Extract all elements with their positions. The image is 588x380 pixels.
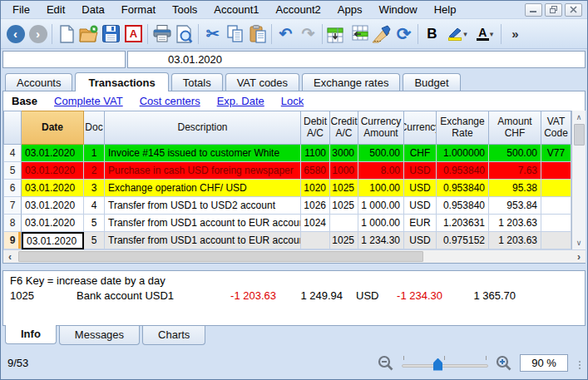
- row-number[interactable]: 7: [3, 197, 22, 215]
- cell-description[interactable]: Transfer from USD1 to USD2 account: [105, 197, 301, 215]
- cell-exchange-rate[interactable]: 0.953840: [437, 197, 489, 215]
- menu-help[interactable]: Help: [426, 2, 465, 17]
- cell-doc[interactable]: 5: [84, 215, 105, 232]
- cell-description[interactable]: Transfer from USD1 account to EUR accoun…: [105, 232, 301, 249]
- view-lock[interactable]: Lock: [281, 95, 304, 107]
- cell-currency[interactable]: EUR: [404, 215, 437, 232]
- zoom-in-icon[interactable]: [496, 355, 512, 372]
- menu-window[interactable]: Window: [370, 2, 425, 17]
- column-header-currency-amount[interactable]: Currency Amount: [358, 111, 404, 145]
- formula-input[interactable]: 03.01.2020: [127, 51, 586, 68]
- cell-debit[interactable]: 6580: [301, 162, 330, 180]
- forward-button[interactable]: ›: [27, 22, 49, 45]
- menu-apps[interactable]: Apps: [329, 2, 371, 17]
- cell-currency[interactable]: USD: [404, 180, 437, 197]
- horizontal-scrollbar[interactable]: ‹ ›: [3, 249, 586, 263]
- view-exp-date[interactable]: Exp. Date: [217, 95, 264, 107]
- cell-date[interactable]: 03.01.2020: [22, 162, 84, 180]
- cell-currency-amount[interactable]: 1 000.00: [358, 215, 404, 232]
- zoom-out-icon[interactable]: [378, 355, 394, 372]
- scroll-left-icon[interactable]: ‹: [3, 250, 17, 263]
- cell-currency[interactable]: CHF: [404, 145, 437, 162]
- cell-description[interactable]: Exchange operation CHF/ USD: [105, 180, 301, 197]
- tab-transactions[interactable]: Transactions: [75, 72, 168, 91]
- column-header-currency[interactable]: Currency: [404, 111, 437, 145]
- cell-doc[interactable]: 4: [84, 197, 105, 215]
- vertical-scrollbar-thumb[interactable]: [574, 124, 585, 146]
- cell-reference-box[interactable]: [2, 51, 126, 68]
- open-file-button[interactable]: [77, 22, 100, 45]
- cell-amount-chf[interactable]: 95.38: [489, 180, 541, 197]
- cell-description[interactable]: Purchase in cash USD foreing newspaper: [105, 162, 301, 180]
- scroll-right-icon[interactable]: ›: [572, 250, 586, 263]
- cell-doc[interactable]: 2: [84, 162, 105, 180]
- cell-exchange-rate[interactable]: 0.975152: [437, 232, 489, 249]
- close-button[interactable]: [565, 3, 582, 17]
- column-header-amount-chf[interactable]: Amount CHF: [489, 111, 541, 145]
- cell-debit[interactable]: [301, 232, 330, 249]
- print-preview-button[interactable]: [173, 22, 195, 45]
- cell-amount-chf[interactable]: 1 203.63: [489, 232, 541, 249]
- cell-date[interactable]: 03.01.2020: [22, 197, 84, 215]
- zoom-slider-thumb[interactable]: [433, 358, 442, 371]
- minimize-button[interactable]: [525, 3, 542, 17]
- view-base[interactable]: Base: [12, 95, 37, 107]
- row-number[interactable]: 6: [3, 180, 22, 197]
- cell-credit[interactable]: 1025: [330, 180, 358, 197]
- cell-credit[interactable]: 1025: [330, 232, 358, 249]
- new-document-button[interactable]: [55, 22, 77, 45]
- cell-exchange-rate[interactable]: 0.953840: [437, 162, 489, 180]
- cell-exchange-rate[interactable]: 0.953840: [437, 180, 489, 197]
- cell-vat-code[interactable]: [541, 215, 571, 232]
- insert-rows-button[interactable]: [325, 22, 348, 45]
- column-header-vat-code[interactable]: VAT Code: [541, 111, 571, 145]
- column-header-exchange-rate[interactable]: Exchange Rate: [437, 111, 489, 145]
- cell-credit[interactable]: 1000: [330, 162, 358, 180]
- zoom-percent-box[interactable]: 90 %: [520, 354, 568, 372]
- tab-charts[interactable]: Charts: [142, 326, 205, 345]
- menu-format[interactable]: Format: [113, 2, 164, 17]
- cell-currency[interactable]: USD: [404, 197, 437, 215]
- cell-date-selected[interactable]: 03.01.2020: [22, 232, 84, 249]
- cell-vat-code[interactable]: V77: [541, 145, 571, 162]
- cell-exchange-rate[interactable]: 1.000000: [437, 145, 489, 162]
- column-header-doc[interactable]: Doc: [84, 111, 105, 145]
- cell-currency[interactable]: USD: [404, 232, 437, 249]
- menu-account2[interactable]: Account2: [268, 2, 329, 17]
- back-button[interactable]: ‹: [4, 22, 27, 45]
- paste-button[interactable]: [246, 22, 269, 45]
- resize-grip[interactable]: [579, 361, 581, 372]
- cell-amount-chf[interactable]: 1 203.63: [489, 215, 541, 232]
- cell-vat-code[interactable]: [541, 162, 571, 180]
- cell-vat-code[interactable]: [541, 197, 571, 215]
- design-button[interactable]: [370, 22, 393, 45]
- highlight-color-button[interactable]: ▾: [443, 22, 472, 45]
- cell-amount-chf[interactable]: 500.00: [489, 145, 541, 162]
- more-tools-button[interactable]: »: [504, 22, 526, 45]
- cell-amount-chf[interactable]: 7.63: [489, 162, 541, 180]
- cell-debit[interactable]: 1026: [301, 197, 330, 215]
- copy-button[interactable]: [224, 22, 246, 45]
- cell-debit[interactable]: 1020: [301, 180, 330, 197]
- cell-exchange-rate[interactable]: 1.203631: [437, 215, 489, 232]
- cell-vat-code[interactable]: [541, 180, 571, 197]
- menu-tools[interactable]: Tools: [164, 2, 205, 17]
- tab-budget[interactable]: Budget: [403, 73, 460, 91]
- column-header-date[interactable]: Date: [22, 111, 84, 145]
- tab-messages[interactable]: Messages: [59, 326, 140, 345]
- view-complete-vat[interactable]: Complete VAT: [54, 95, 123, 107]
- tab-exchange-rates[interactable]: Exchange rates: [302, 73, 400, 91]
- cell-date[interactable]: 03.01.2020: [22, 145, 84, 162]
- cell-doc[interactable]: 1: [84, 145, 105, 162]
- pdf-export-button[interactable]: A: [122, 22, 145, 45]
- menu-edit[interactable]: Edit: [38, 2, 73, 17]
- cut-button[interactable]: ✂: [201, 22, 224, 45]
- scroll-down-icon[interactable]: ∨: [572, 236, 586, 249]
- cell-description[interactable]: Invoice #145 issued to customer White: [105, 145, 301, 162]
- save-button[interactable]: [100, 22, 122, 45]
- cell-credit[interactable]: 1025: [330, 197, 358, 215]
- row-number[interactable]: 5: [3, 162, 22, 180]
- cell-date[interactable]: 03.01.2020: [22, 180, 84, 197]
- view-cost-centers[interactable]: Cost centers: [140, 95, 200, 107]
- vertical-scrollbar[interactable]: ∧ ∨: [571, 111, 586, 249]
